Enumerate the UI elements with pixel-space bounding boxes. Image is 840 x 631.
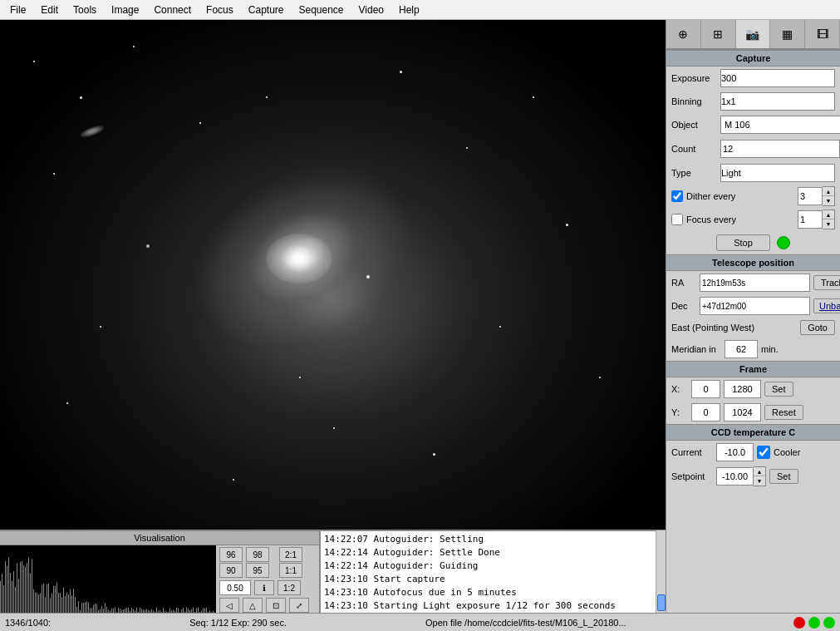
setpoint-down-btn[interactable]: ▼ xyxy=(754,476,765,486)
setpoint-input[interactable] xyxy=(716,467,754,486)
vis-btn-96[interactable]: 96 xyxy=(219,547,243,562)
dither-down-btn[interactable]: ▼ xyxy=(823,196,834,205)
meridian-input[interactable] xyxy=(725,340,758,358)
frame-x-label: X: xyxy=(671,384,688,394)
ra-label: RA xyxy=(671,278,696,288)
cooler-checkbox[interactable] xyxy=(757,446,770,459)
vis-expand-btn[interactable]: ⤢ xyxy=(289,598,309,613)
cooler-label: Cooler xyxy=(774,447,800,457)
ra-input[interactable] xyxy=(700,274,810,292)
ccd-setpoint-label: Setpoint xyxy=(671,471,713,481)
menu-help[interactable]: Help xyxy=(392,2,426,17)
focus-up-btn[interactable]: ▲ xyxy=(823,210,834,219)
vis-arrow-left-btn[interactable]: ◁ xyxy=(219,598,239,613)
frame-set-button[interactable]: Set xyxy=(764,382,793,397)
menu-focus[interactable]: Focus xyxy=(199,2,240,17)
astronomy-image xyxy=(0,20,666,530)
stop-row: Stop xyxy=(666,231,840,254)
stop-button[interactable]: Stop xyxy=(716,234,770,251)
right-tabs: ⊕ ⊞ 📷 ▦ 🎞 xyxy=(666,20,840,50)
menu-connect[interactable]: Connect xyxy=(147,2,198,17)
menu-file[interactable]: File xyxy=(3,2,32,17)
menu-tools[interactable]: Tools xyxy=(66,2,103,17)
vis-btn-98[interactable]: 98 xyxy=(246,547,269,562)
log-scrollbar-thumb[interactable] xyxy=(657,594,666,611)
track-button[interactable]: Track xyxy=(813,275,840,290)
vis-btn-95[interactable]: 95 xyxy=(246,563,269,578)
ccd-current-row: Current Cooler xyxy=(666,441,840,464)
binning-row: Binning 1x1 2x2 3x3 xyxy=(666,90,840,113)
binning-label: Binning xyxy=(671,96,717,106)
status-bar: 1346/1040: Seq: 1/12 Exp: 290 sec. Open … xyxy=(0,613,840,631)
dither-checkbox[interactable] xyxy=(671,190,683,202)
main-area: Visualisation 96 98 2:1 xyxy=(0,20,840,613)
focus-checkbox[interactable] xyxy=(671,214,683,225)
dither-up-btn[interactable]: ▲ xyxy=(823,187,834,196)
frame-y-input[interactable] xyxy=(691,403,720,421)
focus-down-btn[interactable]: ▼ xyxy=(823,219,834,229)
frame-y-label: Y: xyxy=(671,407,688,417)
setpoint-spinner: ▲ ▼ xyxy=(716,466,766,486)
type-label: Type xyxy=(671,168,717,178)
stretch-input[interactable] xyxy=(219,580,251,595)
status-indicator xyxy=(777,236,790,249)
traffic-light-red xyxy=(793,617,805,629)
vis-title: Visualisation xyxy=(0,531,319,545)
menu-image[interactable]: Image xyxy=(105,2,145,17)
tab-table[interactable]: ▦ xyxy=(770,20,805,48)
vis-ratio-1-2[interactable]: 1:2 xyxy=(278,580,301,595)
focus-input[interactable] xyxy=(798,210,823,229)
menubar: File Edit Tools Image Connect Focus Capt… xyxy=(0,0,840,20)
frame-y-row: Y: Reset xyxy=(666,401,840,424)
object-input[interactable] xyxy=(720,116,840,134)
dither-input[interactable] xyxy=(798,187,823,205)
menu-sequence[interactable]: Sequence xyxy=(292,2,351,17)
dec-input[interactable] xyxy=(700,297,810,315)
pointing-label: East (Pointing West) xyxy=(671,323,797,333)
unparked-button[interactable]: Unbarked xyxy=(813,298,840,313)
exposure-row: Exposure 300 60 120 600 xyxy=(666,67,840,90)
frame-x-row: X: Set xyxy=(666,377,840,401)
type-select[interactable]: Light Dark Flat Bias xyxy=(720,164,835,182)
binning-select[interactable]: 1x1 2x2 3x3 xyxy=(720,92,835,111)
tab-film[interactable]: 🎞 xyxy=(805,20,840,48)
focus-row: Focus every ▲ ▼ xyxy=(666,208,840,231)
vis-btn-90[interactable]: 90 xyxy=(219,563,243,578)
frame-x-input[interactable] xyxy=(691,380,720,398)
frame-y-size-input[interactable] xyxy=(724,403,761,421)
vis-ratio-2-1[interactable]: 2:1 xyxy=(279,547,302,562)
vis-arrow-up-btn[interactable]: △ xyxy=(243,598,263,613)
count-label: Count xyxy=(671,144,717,154)
type-row: Type Light Dark Flat Bias xyxy=(666,161,840,185)
menu-capture[interactable]: Capture xyxy=(242,2,291,17)
exposure-select[interactable]: 300 60 120 600 xyxy=(720,69,835,87)
goto-button[interactable]: Goto xyxy=(800,320,835,335)
menu-edit[interactable]: Edit xyxy=(34,2,65,17)
vis-ratio-1-1[interactable]: 1:1 xyxy=(279,563,302,578)
menu-video[interactable]: Video xyxy=(352,2,391,17)
focus-spinner-btns: ▲ ▼ xyxy=(823,210,835,229)
vis-crop-btn[interactable]: ⊡ xyxy=(266,598,286,613)
setpoint-up-btn[interactable]: ▲ xyxy=(754,467,765,476)
tab-camera[interactable]: 📷 xyxy=(736,20,771,48)
telescope-section-header: Telescope position xyxy=(666,254,840,271)
ccd-current-label: Current xyxy=(671,447,713,457)
vis-info-btn[interactable]: ℹ xyxy=(254,580,274,595)
log-line-4: 14:23:10 Autofocus due in 5 minutes xyxy=(324,586,652,599)
tab-crosshair[interactable]: ⊕ xyxy=(666,20,701,48)
ccd-set-button[interactable]: Set xyxy=(769,469,798,484)
setpoint-spinner-btns: ▲ ▼ xyxy=(754,466,766,486)
companion-galaxy xyxy=(79,123,106,140)
count-input[interactable] xyxy=(720,140,840,158)
tab-grid[interactable]: ⊞ xyxy=(701,20,736,48)
frame-reset-button[interactable]: Reset xyxy=(764,405,803,420)
dither-label: Dither every xyxy=(686,191,740,201)
meridian-row: Meridian in min. xyxy=(666,338,840,361)
log-line-1: 14:22:14 Autoguider: Settle Done xyxy=(324,546,652,560)
ccd-current-input[interactable] xyxy=(716,443,754,461)
log-scrollbar[interactable] xyxy=(656,530,666,613)
frame-x-size-input[interactable] xyxy=(724,380,761,398)
status-lights xyxy=(793,617,835,629)
log-line-5: 14:23:10 Starting Light exposure 1/12 fo… xyxy=(324,599,652,613)
exposure-label: Exposure xyxy=(671,73,717,83)
